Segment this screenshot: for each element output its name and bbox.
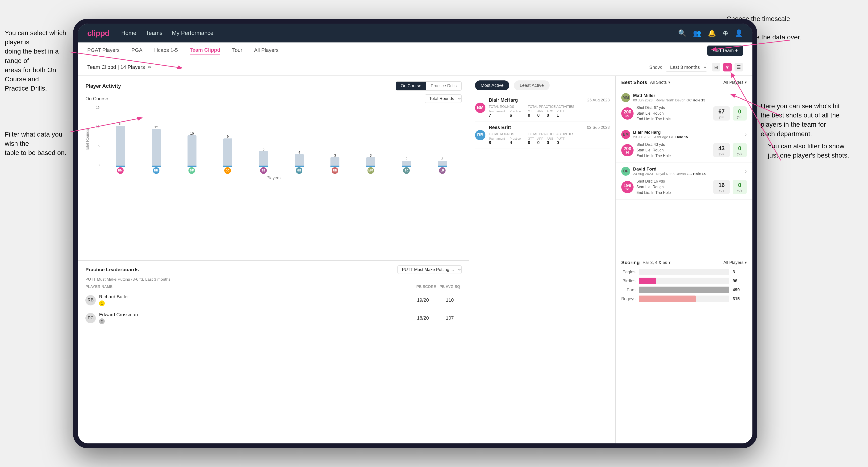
time-range-select[interactable]: Last 3 months Last 6 months Last year: [665, 63, 707, 72]
bar-value-1: 12: [154, 125, 158, 129]
avatar-7: MM: [368, 167, 374, 174]
shot-badge-1: 200 SG: [621, 144, 633, 156]
profile-icon[interactable]: 👤: [735, 29, 743, 37]
bar-group-5: 4: [282, 151, 316, 167]
shot-dist-unit-2: yds: [719, 188, 724, 192]
bars-container: 13 12: [101, 106, 462, 167]
nav-home[interactable]: Home: [121, 30, 136, 36]
tablet-device: clippd Home Teams My Performance 🔍 👥 🔔 ⊕…: [73, 19, 757, 448]
act-practice-0: Practice 6: [510, 110, 521, 118]
lb-badge-0: 1: [99, 301, 105, 306]
act-app-0: APP 0: [537, 110, 544, 118]
shot-details-1: 200 SG Shot Dist: 43 yds Start Lie: Roug…: [621, 142, 747, 159]
shot-dist-unit-1: yds: [719, 152, 724, 155]
shot-card-1[interactable]: BM Blair McHarg 23 Jul 2023 · Ashridge G…: [616, 126, 752, 163]
leaderboard-columns: PLAYER NAME PB SCORE PB AVG SQ: [85, 285, 462, 289]
users-icon[interactable]: 👥: [693, 29, 701, 37]
scoring-row-pars: Pars 499: [621, 286, 747, 293]
tab-pgat-players[interactable]: PGAT Players: [87, 47, 120, 54]
act-rounds-vals-0: Tournament 7 Practice 6: [489, 110, 521, 118]
col-player-name: PLAYER NAME: [85, 285, 414, 289]
tab-tour[interactable]: Tour: [232, 47, 242, 54]
search-icon[interactable]: 🔍: [678, 29, 686, 37]
shot-player-info-2: David Ford 24 Aug 2023 · Royal North Dev…: [633, 166, 706, 176]
y-axis-label: Total Rounds: [85, 106, 90, 174]
avatar-item-9: LR: [425, 167, 459, 174]
bar-highlight-5: [295, 165, 304, 167]
list-view-icon[interactable]: ☰: [735, 63, 743, 71]
best-shots-filter[interactable]: All Shots ▾: [650, 80, 670, 85]
best-shots-header: Best Shots All Shots ▾ All Players ▾: [616, 76, 752, 89]
edit-team-icon[interactable]: ✏: [148, 64, 152, 70]
avatar-8: EC: [403, 167, 410, 174]
scoring-label-eagles: Eagles: [621, 270, 636, 275]
bar-group-7: 3: [354, 154, 388, 167]
gtt-val-1: 0: [528, 140, 534, 145]
chart-filter-select[interactable]: Total Rounds Fairways Greens: [425, 94, 462, 103]
shot-badge-0: 200 SG: [621, 107, 633, 120]
best-shots-player-filter[interactable]: All Players ▾: [723, 80, 747, 85]
bar-group-1: 12: [140, 125, 173, 167]
add-team-button[interactable]: Add Team +: [707, 45, 743, 56]
nav-my-performance[interactable]: My Performance: [172, 30, 214, 36]
shot-player-name-1: Blair McHarg: [633, 130, 688, 135]
least-active-tab[interactable]: Least Active: [514, 81, 549, 90]
x-axis-label: Players: [85, 176, 462, 181]
scoring-val-pars: 499: [733, 287, 747, 292]
show-label: Show:: [649, 65, 662, 70]
scoring-header: Scoring Par 3, 4 & 5s ▾ All Players ▾: [621, 260, 747, 266]
act-putt-1: PUTT 0: [557, 137, 565, 145]
active-player-1: RB Rees Britt 02 Sep 2023 Total Rounds: [475, 121, 610, 149]
left-panel: Player Activity On Course Practice Drill…: [78, 76, 469, 443]
scoring-val-eagles: 3: [733, 270, 747, 275]
shot-card-0[interactable]: MM Matt Miller 09 Jun 2023 · Royal North…: [616, 89, 752, 126]
on-course-toggle[interactable]: On Course: [396, 82, 426, 90]
avatar-row: BM BB DF JC: [101, 167, 462, 174]
shot-dist-num-1: 43: [718, 145, 725, 152]
bar-0: [116, 126, 125, 167]
scoring-player-filter[interactable]: All Players ▾: [723, 260, 747, 265]
shot-course-1: Ashridge GC: [654, 135, 674, 139]
y-label-0: 0: [98, 163, 99, 167]
tab-hcaps[interactable]: Hcaps 1-5: [154, 47, 178, 54]
scoring-filter-chevron-icon: ▾: [669, 260, 671, 265]
bell-icon[interactable]: 🔔: [708, 29, 716, 37]
act-practice-label-1: Practice: [510, 137, 521, 140]
act-tournament-0: Tournament 7: [489, 110, 505, 118]
shot-avatar-0: MM: [621, 93, 630, 102]
act-tournament-label-1: Tournament: [489, 137, 505, 140]
nav-teams[interactable]: Teams: [146, 30, 162, 36]
tab-team-clippd[interactable]: Team Clippd: [190, 47, 220, 55]
bar-2: [187, 135, 196, 167]
scoring-section: Scoring Par 3, 4 & 5s ▾ All Players ▾: [616, 256, 752, 443]
shot-sg-num-2: 198: [623, 183, 631, 188]
bar-value-9: 2: [441, 157, 443, 161]
practice-filter-select[interactable]: PUTT Must Make Putting ...: [398, 266, 462, 274]
scoring-filter[interactable]: Par 3, 4 & 5s ▾: [643, 260, 671, 265]
shot-card-2[interactable]: DF David Ford 24 Aug 2023 · Royal North …: [616, 163, 752, 199]
shot-zero-box-1: 0 yds: [733, 143, 747, 157]
most-active-tab[interactable]: Most Active: [475, 81, 509, 90]
bar-value-4: 5: [262, 148, 265, 151]
heart-view-icon[interactable]: ♥: [723, 63, 732, 71]
practice-title: Practice Leaderboards: [85, 267, 139, 272]
tab-all-players[interactable]: All Players: [254, 47, 279, 54]
shot-details-2: 198 SG Shot Dist: 16 yds Start Lie: Roug…: [621, 179, 747, 195]
arg-label-0: ARG: [547, 110, 553, 113]
act-rounds-label-1: Total Rounds: [489, 132, 521, 136]
shot-avatar-2: DF: [621, 167, 630, 176]
scoring-all-players-label: All Players: [723, 260, 743, 265]
circle-plus-icon[interactable]: ⊕: [723, 29, 728, 37]
act-tournament-1: Tournament 8: [489, 137, 505, 145]
practice-drills-toggle[interactable]: Practice Drills: [426, 82, 461, 90]
tab-pga[interactable]: PGA: [131, 47, 142, 54]
arg-label-1: ARG: [547, 137, 553, 140]
shot-sg-num-1: 200: [623, 146, 631, 151]
act-practice-activities-1: Total Practice Activities GTT 0 APP: [528, 132, 574, 145]
act-practice-act-vals-1: GTT 0 APP 0: [528, 137, 574, 145]
avatar-1: BB: [153, 167, 159, 174]
avatar-item-7: MM: [354, 167, 388, 174]
grid-view-icon[interactable]: ⊞: [712, 63, 720, 71]
avatar-6: RB: [332, 167, 338, 174]
lb-avatar-1: EC: [85, 313, 96, 323]
